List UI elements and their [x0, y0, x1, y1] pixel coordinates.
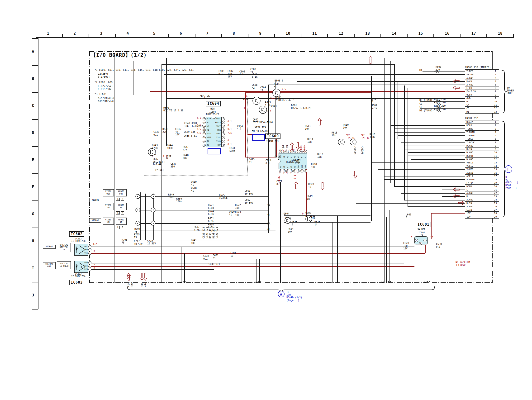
pin-name: TUNSTE	[465, 134, 492, 137]
component-label: VL	[267, 214, 270, 217]
pin-name: A.GND	[465, 76, 492, 79]
pin-number: 15	[492, 168, 499, 171]
board-outline-top	[89, 51, 493, 52]
grid-col-label: 5	[153, 31, 156, 36]
wire	[404, 200, 465, 200]
connector-pin-row: VSEL214	[465, 164, 499, 168]
pin-name: A.GND	[465, 191, 492, 195]
grid-col-label: 8	[233, 31, 235, 36]
aep-uk-label: AEP, UK	[199, 95, 210, 97]
component-label: 7.5	[197, 132, 201, 134]
ic600-pin-circle: 7	[300, 169, 304, 172]
component-label: <4.8>	[278, 176, 281, 183]
wire	[91, 263, 404, 263]
wire	[384, 58, 385, 283]
wire	[401, 142, 465, 143]
wire	[259, 259, 260, 283]
page-title: 【I/O BOARD】(1/2)	[91, 52, 147, 58]
grid-col-label: 11	[312, 31, 317, 36]
component-label: R613 10k	[332, 131, 337, 137]
ic604-pin-name: RDATA	[211, 122, 221, 124]
transistor-symbol	[259, 106, 267, 114]
component-label: R704 75	[134, 228, 140, 233]
component-label: C641 560p	[229, 147, 235, 152]
grid-row-label: J	[32, 293, 34, 297]
pin-name: R-CH	[465, 80, 492, 83]
connector-pin-row: AUMUTE18	[465, 178, 499, 181]
grid-col-label: 16	[445, 31, 449, 36]
connector-pin-row: CE12	[465, 106, 499, 110]
highlight-box	[252, 134, 265, 141]
ruler-tick	[32, 200, 38, 201]
jack-label-l: L	[116, 226, 120, 229]
component-label: 8.1	[270, 96, 275, 99]
connector-pin-row: R.IN25	[465, 201, 499, 205]
pin-number: 12	[492, 158, 499, 161]
wire	[140, 210, 268, 210]
transistor-symbol	[338, 139, 344, 145]
grid-col-label: 17	[471, 31, 476, 36]
component-label: R618 10k	[311, 163, 317, 168]
pin-name: TUNCLK	[465, 141, 492, 144]
component-label: C642 4.7	[237, 124, 243, 130]
component-label: C637 350	[171, 162, 176, 168]
connector-pin-row: L-CH6	[465, 86, 499, 90]
component-label: R608 0	[275, 79, 283, 82]
connector-pin-row: R23	[465, 195, 499, 198]
component-label: 0	[279, 172, 280, 175]
ic603-pin-name: DIN	[82, 268, 88, 270]
pin-number: 26	[492, 205, 499, 208]
pin-number: 7	[492, 90, 499, 93]
grid-row-label: A	[32, 49, 34, 54]
component-label: 10<0>	[300, 145, 303, 152]
wire	[492, 51, 493, 69]
grid-col-label: 2	[74, 31, 76, 36]
ic600-pin-name: Y2	[283, 166, 285, 168]
wire	[245, 92, 371, 93]
component-label: VR	[286, 145, 289, 148]
component-label: R620 1k	[308, 183, 314, 188]
component-label: R610 10k	[343, 124, 349, 129]
connector-pin-row: TUNDO3	[465, 127, 499, 130]
component-label: 0.1	[228, 128, 232, 131]
component-label: TO I/O BOARD (2/2) (Page )	[286, 291, 302, 302]
ic604-pin-circle: 16	[203, 117, 206, 121]
component-label: R606 5.1k	[252, 73, 257, 78]
pin-number: 14	[492, 164, 499, 167]
jack-label-audio-in: AUDIO IN	[116, 218, 127, 225]
ic603-pin-name: GND	[82, 262, 88, 264]
wire	[404, 146, 465, 146]
component-label: R641 100	[191, 239, 197, 244]
component-label: 0	[94, 267, 95, 270]
component-label: D601 UDZS-TE-178.2B	[291, 104, 311, 109]
grid-row-label: F	[32, 185, 34, 189]
pin-name: TUNDIN	[465, 131, 492, 134]
pin-number: 8	[492, 93, 499, 96]
component-label: FM +B SWITCH	[252, 129, 269, 132]
ic604-caption: RDS	[210, 107, 215, 110]
pin-name: D.GND	[465, 151, 492, 154]
pin-name: TUNCE	[465, 137, 492, 140]
jack-label-l: L	[116, 198, 120, 201]
component-label: 3.5	[197, 124, 201, 127]
wire	[356, 203, 465, 203]
wire	[184, 253, 185, 283]
ic600-pin-name: X1	[287, 156, 289, 158]
wire	[150, 91, 465, 92]
component-label: R631 6.8k	[208, 217, 214, 222]
connector-pin-row: A.GND3	[465, 76, 499, 80]
svg-text:A: A	[280, 292, 282, 296]
component-label: C621 220	[202, 227, 205, 238]
wire	[431, 213, 465, 214]
component-label: R654 10k	[288, 228, 294, 233]
pin-name: L-CH	[465, 86, 492, 89]
pin-number: 20	[492, 184, 499, 188]
pin-number: 10	[492, 100, 499, 103]
component-label: DO (TUNDI)	[419, 99, 434, 102]
grid-row-label: G	[32, 212, 34, 216]
transistor-symbol	[273, 89, 280, 97]
wire	[91, 247, 414, 247]
component-label: R635 47k	[209, 227, 212, 238]
wire	[390, 61, 391, 183]
pin-number: 9	[492, 97, 499, 100]
